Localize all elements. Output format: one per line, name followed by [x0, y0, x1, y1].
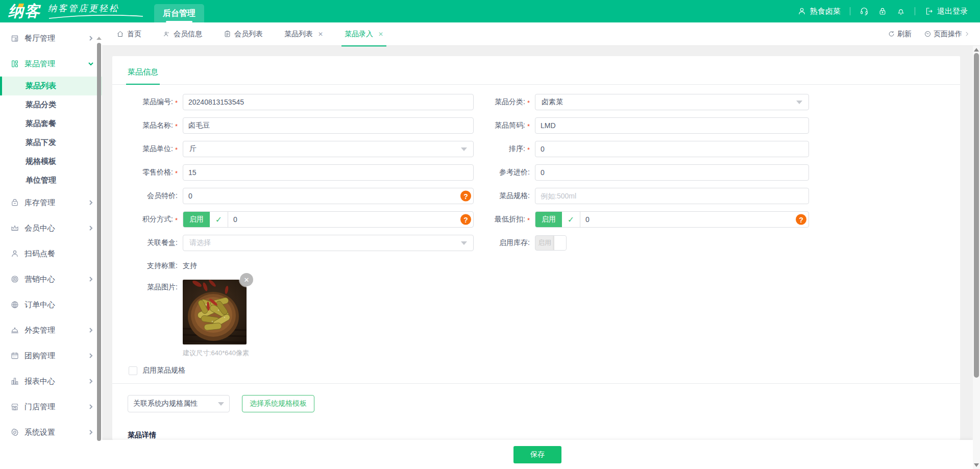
sidebar-item-marketing[interactable]: 营销中心	[0, 266, 102, 292]
gear-icon	[10, 428, 19, 437]
dish-code-input[interactable]	[183, 94, 474, 110]
sidebar-item-settings[interactable]: 系统设置	[0, 419, 102, 445]
dish-category-select[interactable]: 卤素菜	[535, 94, 809, 110]
sidebar-item-label: 餐厅管理	[24, 34, 55, 43]
field-label-dish-spec: 菜品规格:	[499, 191, 530, 201]
tab-label: 会员信息	[174, 30, 202, 39]
sidebar-item-inventory[interactable]: 库存管理	[0, 190, 102, 215]
tab-close-icon[interactable]: ✕	[378, 31, 383, 38]
app-window: 纳客 纳客管店更轻松 后台管理 熟食卤菜	[0, 0, 980, 469]
sidebar-item-label: 会员中心	[24, 224, 55, 233]
sidebar-subitem-dish-combo[interactable]: 菜品套餐	[0, 114, 102, 133]
spec-attr-select[interactable]: 关联系统内规格属性	[128, 395, 230, 412]
stock-toggle[interactable]: 启用	[535, 235, 567, 251]
home-icon	[116, 30, 124, 38]
tab-member-list[interactable]: 会员列表	[224, 22, 263, 46]
main-scrollbar[interactable]	[973, 46, 980, 469]
sidebar-subitem-dish-list[interactable]: 菜品列表	[0, 77, 102, 95]
scroll-up-arrow-icon[interactable]	[974, 48, 979, 52]
points-enable-button[interactable]: 启用	[183, 212, 210, 227]
points-value[interactable]: 0	[228, 212, 237, 227]
enable-spec-checkbox[interactable]	[129, 366, 137, 375]
help-icon[interactable]: ?	[460, 191, 471, 202]
discount-enable-button[interactable]: 启用	[535, 212, 562, 227]
refresh-button[interactable]: 刷新	[888, 30, 912, 39]
required-mark: *	[527, 216, 530, 224]
remove-image-button[interactable]: ✕	[240, 273, 253, 286]
page-actions-button[interactable]: 页面操作	[924, 30, 970, 39]
field-label-reference-price: 参考进价:	[499, 168, 530, 177]
tab-close-icon[interactable]: ✕	[318, 31, 323, 38]
dish-photo[interactable]	[183, 280, 247, 344]
meal-box-select[interactable]: 请选择	[183, 235, 474, 251]
sidebar-subitem-spec-template[interactable]: 规格模板	[0, 152, 102, 171]
sidebar-item-scan-order[interactable]: 扫码点餐	[0, 241, 102, 266]
current-user[interactable]: 熟食卤菜	[797, 7, 841, 16]
sidebar-subitem-dish-dispatch[interactable]: 菜品下发	[0, 133, 102, 152]
scroll-down-arrow-icon[interactable]	[974, 463, 979, 467]
sidebar-item-members[interactable]: 会员中心	[0, 215, 102, 241]
tab-home[interactable]: 首页	[116, 22, 141, 46]
dish-spec-input[interactable]	[535, 188, 809, 204]
main-scrollbar-thumb[interactable]	[974, 53, 979, 378]
sidebar-item-groupbuy[interactable]: 团购管理	[0, 343, 102, 368]
required-mark: *	[175, 216, 178, 224]
subitem-label: 菜品下发	[26, 138, 56, 147]
button-label: 选择系统规格模板	[250, 399, 307, 408]
close-icon: ✕	[244, 276, 250, 284]
field-label-retail-price: 零售价格:	[142, 168, 173, 177]
sidebar-item-orders[interactable]: 订单中心	[0, 292, 102, 317]
select-value: 卤素菜	[542, 97, 563, 107]
logout-button[interactable]: 退出登录	[924, 7, 968, 16]
tab-label: 会员列表	[234, 30, 263, 39]
chevron-right-icon	[88, 352, 94, 360]
dish-image-widget: ✕ 建议尺寸:640*640像素	[183, 280, 247, 358]
check-icon[interactable]: ✓	[562, 212, 580, 227]
tab-member-info[interactable]: 会员信息	[163, 22, 202, 46]
member-icon	[163, 30, 170, 38]
bell-icon	[896, 7, 905, 16]
notifications-button[interactable]	[896, 7, 905, 16]
tab-dish-entry[interactable]: 菜品录入 ✕	[345, 22, 383, 46]
sidebar-item-takeout[interactable]: 外卖管理	[0, 317, 102, 343]
chevron-right-icon	[88, 224, 94, 233]
field-label-points-mode: 积分方式:	[142, 215, 173, 224]
tab-dish-info[interactable]: 菜品信息	[128, 67, 158, 84]
lock-button[interactable]	[878, 7, 887, 16]
spec-attr-row: 关联系统内规格属性 选择系统规格模板	[128, 395, 945, 412]
refresh-icon	[888, 30, 895, 38]
save-button[interactable]: 保存	[513, 446, 561, 463]
shortcode-input[interactable]	[535, 117, 809, 134]
help-icon[interactable]: ?	[796, 214, 806, 225]
reference-price-input[interactable]	[535, 164, 809, 181]
sidebar-menu: 餐厅管理 菜品管理 菜品列表 菜品分类 菜品套餐 菜品下发 规格模板 单位管理 …	[0, 22, 102, 445]
member-price-input[interactable]	[183, 188, 474, 204]
discount-value[interactable]: 0	[580, 212, 590, 227]
sort-input[interactable]	[535, 141, 809, 157]
sidebar-item-stores[interactable]: 门店管理	[0, 394, 102, 419]
choose-spec-template-button[interactable]: 选择系统规格模板	[242, 395, 314, 412]
scroll-up-arrow-icon[interactable]	[96, 37, 102, 40]
sidebar-subitem-dish-category[interactable]: 菜品分类	[0, 95, 102, 114]
sidebar-scrollbar-thumb[interactable]	[97, 43, 101, 441]
caret-down-icon	[461, 241, 467, 245]
check-icon[interactable]: ✓	[210, 212, 228, 227]
help-icon[interactable]: ?	[460, 214, 471, 225]
enable-label: 启用	[189, 215, 204, 224]
dishes-icon	[10, 59, 19, 68]
dish-unit-select[interactable]: 斤	[183, 141, 474, 157]
retail-price-input[interactable]	[183, 164, 474, 181]
enable-spec-row: 启用菜品规格	[129, 366, 945, 383]
dish-name-input[interactable]	[183, 117, 474, 134]
sidebar-subitem-unit-management[interactable]: 单位管理	[0, 171, 102, 190]
section-tab-underline	[126, 84, 160, 85]
sidebar-scrollbar[interactable]	[97, 37, 101, 468]
support-button[interactable]	[860, 7, 869, 16]
tab-dish-list[interactable]: 菜品列表 ✕	[284, 22, 323, 46]
headset-icon	[860, 7, 869, 16]
sidebar-item-restaurant[interactable]: 餐厅管理	[0, 26, 102, 51]
sidebar-item-reports[interactable]: 报表中心	[0, 368, 102, 394]
sidebar-item-dishes[interactable]: 菜品管理	[0, 51, 102, 77]
form-footer: 保存	[102, 440, 973, 469]
header-tab-backstage[interactable]: 后台管理	[154, 4, 204, 22]
